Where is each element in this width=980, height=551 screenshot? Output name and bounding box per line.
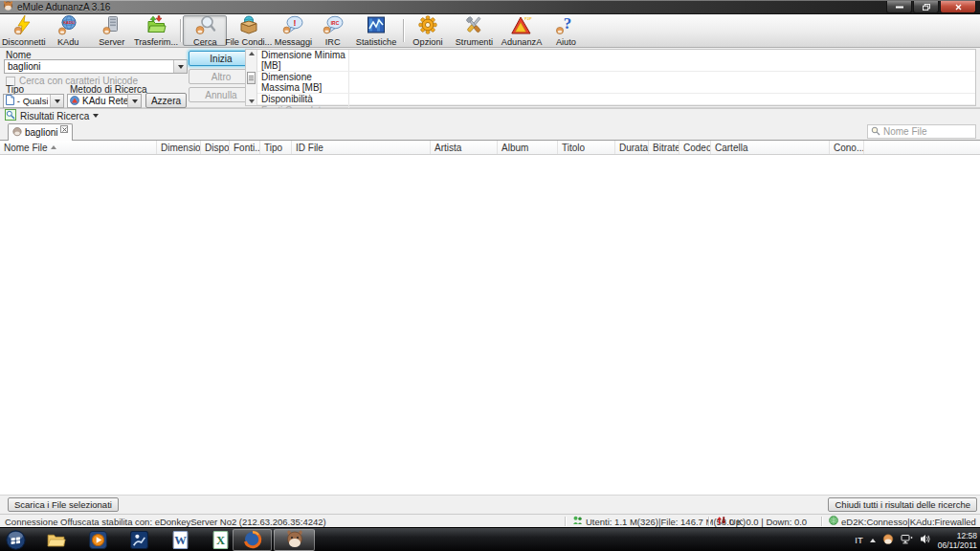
search-result-tab[interactable]: baglioni xyxy=(8,123,73,141)
column-header[interactable]: Album xyxy=(498,141,558,154)
column-header[interactable]: Dimensione xyxy=(157,141,201,154)
volume-tray-icon[interactable] xyxy=(920,534,931,546)
word-icon[interactable]: W xyxy=(170,530,190,550)
server-icon xyxy=(100,14,123,37)
toolbar-shared-files-button[interactable]: File Condi... xyxy=(227,15,271,46)
search-panel: Nome baglioni Cerca con caratteri Unicod… xyxy=(0,48,980,108)
network-status: eD2K:Connesso|KAdu:Firewalled xyxy=(829,515,976,528)
options-gear-icon xyxy=(416,14,439,37)
column-header[interactable]: ID File xyxy=(292,141,431,154)
scroll-up-icon[interactable] xyxy=(249,52,255,55)
kadu-network-icon: KADU xyxy=(56,14,79,37)
adunanza-icon: P2P xyxy=(510,14,533,37)
status-bar: Connessione Offuscata stabilita con: eDo… xyxy=(0,514,980,527)
filter-row[interactable]: Dimensione Minima [MB] xyxy=(257,50,975,72)
close-all-results-button[interactable]: Chiudi tutti i risultati delle ricerche xyxy=(828,497,977,512)
column-header-filler xyxy=(864,141,980,154)
name-filter-input[interactable] xyxy=(883,126,969,137)
results-section-bar: Risultati Ricerca xyxy=(0,108,980,122)
chevron-down-icon[interactable] xyxy=(173,60,187,73)
toolbar-tools-button[interactable]: Strumenti xyxy=(450,15,498,46)
results-section-title: Risultati Ricerca xyxy=(20,111,89,121)
annulla-button[interactable]: Annulla xyxy=(189,87,254,102)
explorer-folder-icon[interactable] xyxy=(46,530,66,550)
emule-tray-icon[interactable] xyxy=(882,534,894,547)
hidden-icons-chevron[interactable] xyxy=(870,539,876,542)
toolbar-disconnect-button[interactable]: Disconnetti xyxy=(2,15,46,46)
tab-close-icon[interactable] xyxy=(60,125,68,133)
altro-button[interactable]: Altro xyxy=(189,69,254,84)
statistics-icon xyxy=(365,14,388,37)
filters-scrollbar[interactable] xyxy=(246,50,257,105)
messages-icon: ! xyxy=(281,14,304,37)
shared-files-icon xyxy=(237,14,260,37)
column-header[interactable]: Dispo... xyxy=(201,141,230,154)
updown-status: Up: 0.0 | Down: 0.0 xyxy=(716,515,807,528)
excel-icon[interactable]: X xyxy=(211,530,231,550)
column-header[interactable]: Fonti... xyxy=(230,141,260,154)
toolbar-separator xyxy=(403,19,404,42)
filter-row[interactable]: Disponibilità xyxy=(257,94,975,105)
azzera-button[interactable]: Azzera xyxy=(145,93,187,108)
start-orb-icon[interactable] xyxy=(6,530,26,550)
column-header[interactable]: Bitrate xyxy=(649,141,679,154)
results-menu-chevron-icon[interactable] xyxy=(93,114,99,118)
tab-donkey-icon xyxy=(12,127,22,139)
filter-row[interactable]: Dimensione Massima [MB] xyxy=(257,72,975,94)
filter-search-icon xyxy=(871,126,880,138)
windows-taskbar: W X IT 12:58 06/11/2011 xyxy=(0,527,980,551)
title-bar: eMule AdunanzA 3.16 xyxy=(0,0,980,14)
language-indicator[interactable]: IT xyxy=(855,535,862,545)
toolbar-search-button[interactable]: Cerca xyxy=(183,15,227,46)
tipo-combobox[interactable]: - Qualsiasi - xyxy=(3,94,64,108)
inizia-button[interactable]: Inizia xyxy=(189,51,254,66)
emule-app-icon xyxy=(3,1,13,13)
emule-taskbar-button[interactable] xyxy=(274,529,315,551)
network-tray-icon[interactable] xyxy=(901,534,913,546)
toolbar-messages-button[interactable]: ! Messaggi xyxy=(271,15,315,46)
column-header[interactable]: Nome File xyxy=(0,141,157,154)
sort-ascending-icon xyxy=(51,145,56,149)
results-list[interactable] xyxy=(0,155,980,495)
minimize-button[interactable] xyxy=(886,1,912,13)
media-player-icon[interactable] xyxy=(88,530,108,550)
metodo-combobox[interactable]: KAdu Rete xyxy=(67,94,142,108)
column-header[interactable]: Titolo xyxy=(558,141,615,154)
toolbar-kadu-button[interactable]: KADU KAdu xyxy=(46,15,90,46)
column-header[interactable]: Codec xyxy=(679,141,711,154)
toolbar-help-button[interactable]: ? Aiuto xyxy=(546,15,586,46)
results-name-filter[interactable] xyxy=(867,124,976,139)
main-toolbar: Disconnetti KADU KAdu Server Trasferim..… xyxy=(0,14,980,48)
results-actions-bar: Scarica i File selezionati Chiudi tutti … xyxy=(0,495,980,514)
toolbar-server-button[interactable]: Server xyxy=(90,15,134,46)
firefox-icon xyxy=(243,530,262,551)
toolbar-statistics-button[interactable]: Statistiche xyxy=(351,15,401,46)
toolbar-adunanza-button[interactable]: P2P AdunanzA xyxy=(498,15,546,46)
chevron-down-icon[interactable] xyxy=(50,95,63,107)
toolbar-options-button[interactable]: Opzioni xyxy=(406,15,450,46)
column-header[interactable]: Tipo xyxy=(260,141,292,154)
users-icon xyxy=(572,516,583,527)
toolbar-transfers-button[interactable]: Trasferim... xyxy=(134,15,178,46)
toolbar-separator xyxy=(180,19,181,42)
chevron-down-icon[interactable] xyxy=(127,95,141,107)
scroll-down-icon[interactable] xyxy=(249,99,255,103)
results-icon xyxy=(5,109,16,122)
column-header[interactable]: Cono... xyxy=(830,141,864,154)
tab-label: baglioni xyxy=(25,127,57,138)
search-name-combobox[interactable]: baglioni xyxy=(4,59,188,74)
toolbar-irc-button[interactable]: IRC IRC xyxy=(315,15,351,46)
clock[interactable]: 12:58 06/11/2011 xyxy=(938,531,977,550)
kadu-method-icon xyxy=(70,96,79,107)
svg-text:?: ? xyxy=(564,14,572,33)
firefox-taskbar-button[interactable] xyxy=(233,529,272,551)
close-button[interactable] xyxy=(940,1,976,13)
maximize-button[interactable] xyxy=(913,1,939,13)
column-header[interactable]: Artista xyxy=(431,141,498,154)
column-header[interactable]: Durata xyxy=(615,141,649,154)
column-header[interactable]: Cartella xyxy=(711,141,830,154)
svg-text:!: ! xyxy=(294,18,297,28)
scrollbar-thumb[interactable] xyxy=(247,72,256,84)
app-icon[interactable] xyxy=(129,530,149,550)
download-selected-button[interactable]: Scarica i File selezionati xyxy=(8,497,119,512)
